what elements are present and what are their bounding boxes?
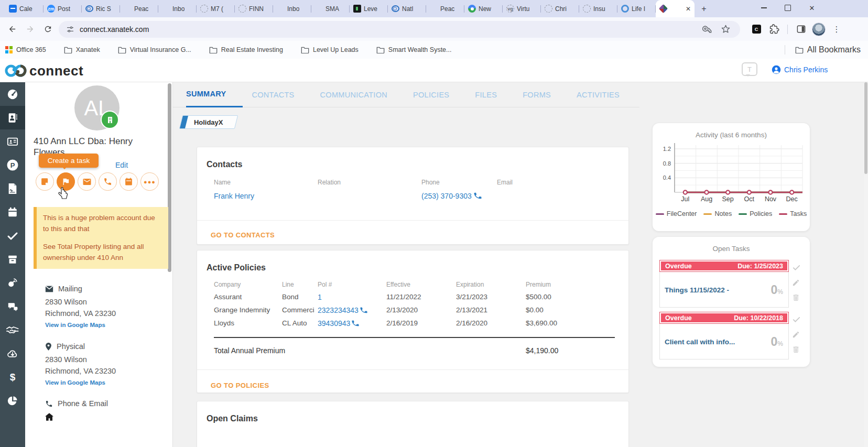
contact-name-link[interactable]: Frank Henry <box>214 189 318 203</box>
tab-files[interactable]: FILES <box>475 82 497 107</box>
browser-tab[interactable]: Inbo <box>158 0 197 17</box>
cloud-download-icon[interactable] <box>0 342 25 365</box>
tab-label: Leve <box>364 5 377 13</box>
contacts-icon[interactable] <box>0 106 25 129</box>
all-bookmarks[interactable]: All Bookmarks <box>785 45 861 54</box>
window-maximize-button[interactable] <box>776 0 800 16</box>
policy-pol[interactable]: 2323234343 <box>318 303 386 317</box>
task-complete-check-icon[interactable] <box>792 315 801 326</box>
policy-row: LloydsCL Auto394309432/16/20192/16/2020$… <box>214 317 615 330</box>
go-to-contacts-link[interactable]: GO TO CONTACTS <box>197 231 628 239</box>
browser-tab-active[interactable]: ✕ <box>656 0 695 17</box>
user-menu[interactable]: Chris Perkins <box>772 65 828 74</box>
browser-tab[interactable]: vgVirtu <box>503 0 541 17</box>
call-button[interactable] <box>99 172 117 191</box>
marketing-satellite-icon[interactable] <box>0 271 25 295</box>
physical-maps-link[interactable]: View in Google Maps <box>45 378 105 387</box>
handshake-icon[interactable] <box>0 318 25 342</box>
browser-tab[interactable]: zmPost <box>44 0 82 17</box>
tasks-check-icon[interactable] <box>0 224 25 247</box>
tab-close-icon[interactable]: ✕ <box>686 6 691 12</box>
tab-communication[interactable]: COMMUNICATION <box>320 82 387 107</box>
browser-tab[interactable]: Peac <box>426 0 464 17</box>
policy-pol[interactable]: 1 <box>318 290 386 303</box>
messages-icon[interactable] <box>0 295 25 318</box>
browser-tab[interactable]: SMA <box>311 0 350 17</box>
browser-tab[interactable]: Insu <box>579 0 617 17</box>
browser-tab[interactable]: Inbo <box>273 0 311 17</box>
id-card-icon[interactable] <box>0 129 25 153</box>
task-edit-pencil-icon[interactable] <box>792 331 801 341</box>
mailing-maps-link[interactable]: View in Google Maps <box>45 321 105 330</box>
panel-scrollbar[interactable] <box>168 83 171 272</box>
task-delete-trash-icon[interactable] <box>792 293 801 304</box>
phone-call-icon[interactable] <box>351 318 360 328</box>
bookmark-office-365[interactable]: Office 365 <box>5 46 46 53</box>
bookmark-virtual-insurance-g-[interactable]: Virtual Insurance G... <box>118 46 191 53</box>
policy-col-pol: Pol # <box>318 279 386 290</box>
browser-tab[interactable]: New <box>464 0 503 17</box>
browser-tab[interactable]: Leve <box>350 0 388 17</box>
phone-call-icon[interactable] <box>473 191 483 201</box>
contact-phone-link[interactable]: (253) 370-9303 <box>421 188 497 203</box>
tab-contacts[interactable]: CONTACTS <box>252 82 294 107</box>
dashboard-icon[interactable] <box>0 82 25 106</box>
go-to-policies-link[interactable]: GO TO POLICIES <box>197 381 628 389</box>
task-complete-check-icon[interactable] <box>792 263 801 274</box>
tune-icon[interactable] <box>66 25 74 34</box>
task-edit-pencil-icon[interactable] <box>792 279 801 289</box>
policy-pol[interactable]: 39430943 <box>318 317 386 330</box>
window-minimize-button[interactable] <box>752 0 776 16</box>
tab-policies[interactable]: POLICIES <box>413 82 449 107</box>
reports-pie-icon[interactable] <box>0 389 25 412</box>
task-title-link[interactable]: Client call with info... <box>665 338 735 346</box>
bookmark-xanatek[interactable]: Xanatek <box>64 46 100 53</box>
profile-avatar[interactable] <box>810 20 828 38</box>
browser-tab[interactable]: Ric S <box>82 0 120 17</box>
note-button[interactable] <box>36 172 54 191</box>
browser-tab[interactable]: Life I <box>617 0 656 17</box>
holiday-tag[interactable]: HolidayX <box>179 115 238 129</box>
signature-doc-icon[interactable] <box>0 177 25 200</box>
browser-tab[interactable]: FINN <box>235 0 273 17</box>
browser-tab[interactable]: Cale <box>5 0 44 17</box>
page-scrollbar[interactable] <box>864 82 868 447</box>
browser-tab[interactable]: Natl <box>388 0 426 17</box>
browser-tab[interactable]: Peac <box>120 0 158 17</box>
open-claims-card: Open Claims <box>197 401 629 447</box>
chat-widget-icon[interactable]: T <box>742 62 757 76</box>
legend-swatch <box>703 213 712 215</box>
extensions-puzzle-icon[interactable] <box>765 20 783 38</box>
browser-menu-icon[interactable]: ⋮ <box>828 20 845 38</box>
password-key-icon[interactable] <box>702 24 712 34</box>
archive-icon[interactable] <box>0 247 25 271</box>
task-title-link[interactable]: Things 11/15/2022 - <box>665 286 729 294</box>
reload-button[interactable] <box>39 20 57 38</box>
tab-summary[interactable]: SUMMARY <box>186 82 243 107</box>
extension-c-icon[interactable]: C <box>747 20 765 38</box>
window-close-button[interactable] <box>800 0 824 16</box>
bookmark-smart-wealth-syste-[interactable]: Smart Wealth Syste... <box>376 46 452 53</box>
bookmark-real-estate-investing[interactable]: Real Estate Investing <box>209 46 283 53</box>
back-button[interactable] <box>3 20 21 38</box>
edit-link[interactable]: Edit <box>115 161 128 169</box>
phone-call-icon[interactable] <box>359 305 368 314</box>
bookmark-level-up-leads[interactable]: Level Up Leads <box>301 46 359 53</box>
email-button[interactable] <box>78 172 96 191</box>
producers-icon[interactable]: P <box>0 153 25 177</box>
calendar-icon[interactable] <box>0 200 25 224</box>
billing-dollar-icon[interactable]: $ <box>0 365 25 389</box>
new-tab-button[interactable]: + <box>698 3 710 15</box>
more-actions-button[interactable]: ●●● <box>140 172 159 191</box>
claims-title: Open Claims <box>197 401 628 423</box>
side-panel-icon[interactable] <box>792 20 810 38</box>
task-delete-trash-icon[interactable] <box>792 345 801 356</box>
tab-forms[interactable]: FORMS <box>523 82 551 107</box>
forward-button[interactable] <box>21 20 39 38</box>
tab-activities[interactable]: ACTIVITIES <box>577 82 620 107</box>
browser-tab[interactable]: M7 ( <box>197 0 235 17</box>
birthday-calendar-button[interactable] <box>120 172 138 191</box>
url-bar[interactable]: connect.xanatek.com <box>59 21 740 38</box>
browser-tab[interactable]: Chri <box>541 0 579 17</box>
bookmark-star-icon[interactable] <box>721 24 731 34</box>
